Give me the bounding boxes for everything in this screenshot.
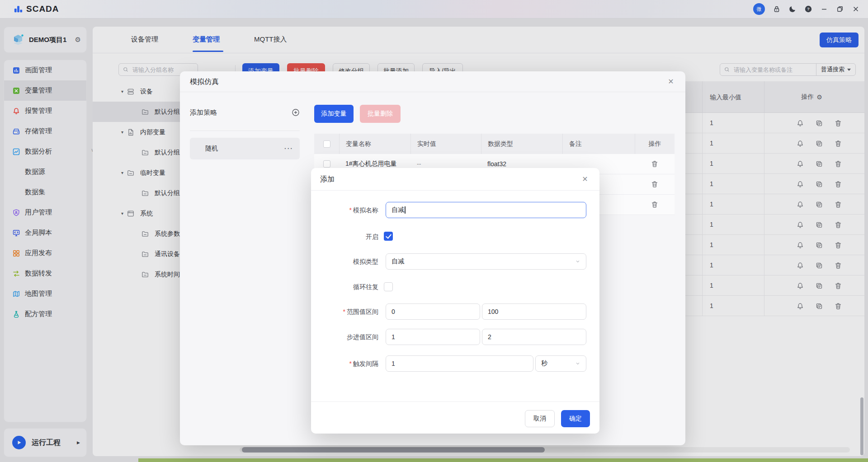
ok-button[interactable]: 确定 — [561, 410, 590, 427]
modal-table-header: 变量名称 实时值 数据类型 备注 操作 — [314, 134, 675, 154]
modal-batch-delete-button[interactable]: 批量删除 — [360, 105, 401, 123]
dialog-header: 添加 ✕ — [311, 168, 599, 191]
dialog-title: 添加 — [320, 168, 335, 191]
app-window: SCADA 微 ? — [0, 0, 868, 462]
strategy-item-random[interactable]: 随机 ··· — [190, 138, 300, 159]
required-mark: * — [349, 360, 352, 367]
row-actions-cell — [635, 180, 675, 188]
field-label-name: *模拟名称 — [311, 202, 382, 218]
field-label-interval: *触发间隔 — [311, 355, 382, 372]
add-strategy-label: 添加策略 — [190, 108, 292, 117]
close-icon[interactable]: ✕ — [666, 77, 675, 86]
variable-name-cell: 1#离心机总用电量 — [339, 160, 410, 168]
divider — [190, 131, 300, 131]
delete-icon[interactable] — [651, 180, 659, 188]
column-realtime-value: 实时值 — [410, 134, 481, 154]
required-mark: * — [349, 206, 352, 214]
simulation-name-input[interactable]: 自减 — [386, 202, 586, 218]
modal-add-variable-button[interactable]: 添加变量 — [314, 105, 354, 123]
modal-header: 模拟仿真 ✕ — [180, 71, 685, 92]
column-data-type: 数据类型 — [481, 134, 562, 154]
modal-title: 模拟仿真 — [190, 71, 219, 92]
step-min-input[interactable]: 1 — [386, 329, 480, 345]
delete-icon[interactable] — [651, 160, 659, 168]
strategy-item-label: 随机 — [205, 145, 284, 153]
add-strategy-plus-icon[interactable] — [292, 108, 300, 117]
required-mark: * — [343, 308, 345, 315]
close-icon[interactable]: ✕ — [580, 175, 590, 184]
add-dialog: 添加 ✕ *模拟名称 自减 开启 模拟类型 自减 循环往复 *范围值区间 0 1… — [311, 168, 599, 434]
field-label-loop: 循环往复 — [311, 279, 382, 295]
row-actions-cell — [635, 201, 675, 209]
enabled-checkbox[interactable] — [384, 232, 393, 241]
field-label-type: 模拟类型 — [311, 253, 382, 270]
range-min-input[interactable]: 0 — [386, 303, 480, 320]
field-label-enabled: 开启 — [311, 229, 382, 245]
column-variable-name: 变量名称 — [339, 134, 410, 154]
field-label-step: 步进值区间 — [311, 329, 382, 345]
chevron-down-icon — [575, 361, 580, 366]
field-label-range: *范围值区间 — [311, 303, 382, 320]
text-cursor — [405, 206, 406, 214]
select-all-cell — [314, 134, 339, 154]
column-note: 备注 — [562, 134, 635, 154]
data-type-cell: float32 — [481, 160, 562, 168]
row-checkbox[interactable] — [323, 160, 330, 168]
simulation-type-value: 自减 — [392, 257, 404, 266]
delete-icon[interactable] — [651, 201, 659, 209]
range-max-input[interactable]: 100 — [482, 303, 586, 320]
interval-value-input[interactable]: 1 — [386, 355, 533, 372]
select-all-checkbox[interactable] — [323, 140, 330, 148]
loop-checkbox[interactable] — [384, 282, 393, 291]
column-actions: 操作 — [635, 134, 675, 154]
strategy-header: 添加策略 — [190, 105, 300, 120]
cancel-button[interactable]: 取消 — [525, 410, 555, 427]
simulation-name-value: 自减 — [392, 206, 404, 214]
divider — [311, 401, 599, 402]
simulation-type-select[interactable]: 自减 — [386, 253, 586, 270]
chevron-down-icon — [575, 259, 580, 264]
interval-unit-value: 秒 — [541, 359, 547, 368]
interval-unit-select[interactable]: 秒 — [535, 355, 586, 372]
row-actions-cell — [635, 160, 675, 168]
more-options-icon[interactable]: ··· — [284, 145, 293, 152]
realtime-value-cell: -- — [410, 160, 481, 168]
step-max-input[interactable]: 2 — [482, 329, 586, 345]
